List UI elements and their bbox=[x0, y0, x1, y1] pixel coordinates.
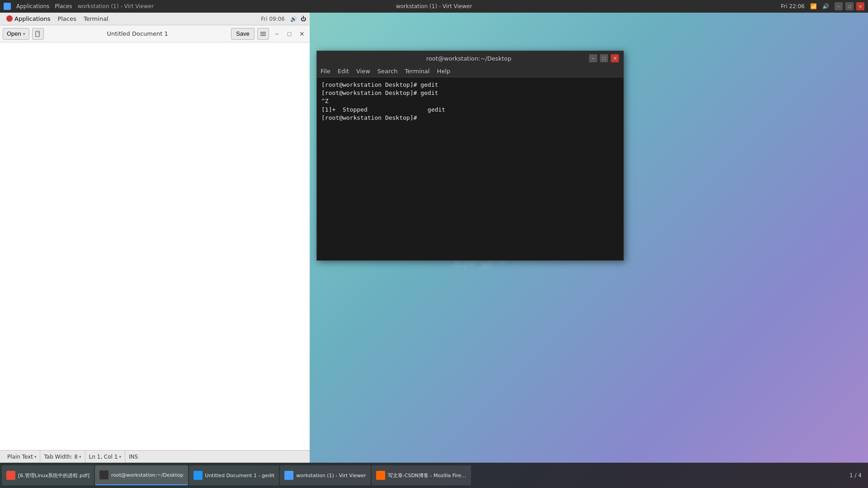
terminal-menu: File Edit View Search Terminal Help bbox=[317, 66, 623, 77]
taskbar-pdf-item[interactable]: [6.管理Linux系统中的进程.pdf] bbox=[2, 465, 94, 485]
outer-titlebar-center: workstation (1) - Virt Viewer bbox=[396, 3, 472, 9]
plain-text-label: Plain Text bbox=[7, 454, 33, 460]
svg-rect-1 bbox=[38, 31, 39, 33]
pager-label: 1 / 4 bbox=[849, 472, 862, 479]
open-label: Open bbox=[7, 30, 21, 37]
network-icon: 📶 bbox=[810, 3, 817, 9]
gedit-places-menu[interactable]: Places bbox=[55, 14, 79, 23]
taskbar-label-terminal-task: root@workstation:~/Desktop bbox=[111, 472, 184, 478]
gedit-menu-button[interactable] bbox=[257, 28, 269, 40]
outer-apps-label[interactable]: Applications bbox=[16, 3, 49, 9]
taskbar-icon-firefox-task bbox=[376, 471, 385, 480]
terminal-line: [root@workstation Desktop]# gedit bbox=[321, 81, 619, 89]
tab-width-status[interactable]: Tab Width: 8 ▾ bbox=[40, 450, 85, 463]
terminal-content[interactable]: [root@workstation Desktop]# gedit[root@w… bbox=[317, 77, 623, 260]
gedit-apps-menu[interactable]: Applications bbox=[4, 13, 53, 25]
taskbar-icon-gedit-task bbox=[193, 471, 203, 480]
save-button[interactable]: Save bbox=[231, 28, 255, 40]
gedit-toolbar: Open ▾ Untitled Document 1 Save − □ ✕ bbox=[0, 25, 310, 42]
terminal-window: root@workstation:~/Desktop − □ ✕ File Ed… bbox=[316, 51, 624, 261]
outer-maximize-button[interactable]: □ bbox=[845, 2, 854, 10]
outer-titlebar-right: Fri 22:06 📶 🔊 − □ ✕ bbox=[781, 2, 864, 10]
outer-window-title-label: workstation (1) - Virt Viewer bbox=[77, 3, 154, 9]
file-svg-icon bbox=[35, 31, 41, 37]
taskbar-label-virtviewer-task: workstation (1) - Virt Viewer bbox=[296, 473, 366, 479]
pdf-icon bbox=[6, 471, 15, 480]
outer-close-button[interactable]: ✕ bbox=[856, 2, 864, 10]
ln-col-arrow-icon: ▾ bbox=[119, 455, 121, 459]
terminal-line: ^Z bbox=[321, 97, 619, 105]
plain-text-arrow-icon: ▾ bbox=[34, 455, 37, 459]
terminal-titlebar: root@workstation:~/Desktop − □ ✕ bbox=[317, 51, 623, 66]
outer-titlebar: Applications Places workstation (1) - Vi… bbox=[0, 0, 868, 13]
terminal-close-button[interactable]: ✕ bbox=[611, 54, 619, 62]
outer-win-controls: − □ ✕ bbox=[835, 2, 864, 10]
outer-minimize-button[interactable]: − bbox=[835, 2, 843, 10]
file-icon-button[interactable] bbox=[32, 28, 44, 40]
gedit-close-button[interactable]: ✕ bbox=[297, 29, 307, 39]
terminal-title: root@workstation:~/Desktop bbox=[349, 55, 589, 62]
tab-width-label: Tab Width: 8 bbox=[44, 454, 77, 460]
taskbar-label-gedit-task: Untitled Document 1 - gedit bbox=[205, 473, 275, 479]
ln-col-label: Ln 1, Col 1 bbox=[89, 454, 118, 460]
taskbar-item-virtviewer-task[interactable]: workstation (1) - Virt Viewer bbox=[280, 465, 371, 485]
terminal-file-menu[interactable]: File bbox=[321, 68, 330, 75]
pdf-label: [6.管理Linux系统中的进程.pdf] bbox=[18, 472, 90, 479]
terminal-line: [root@workstation Desktop]# gedit bbox=[321, 89, 619, 97]
open-button[interactable]: Open ▾ bbox=[3, 28, 29, 40]
plain-text-status[interactable]: Plain Text ▾ bbox=[4, 450, 40, 463]
taskbar-item-gedit-task[interactable]: Untitled Document 1 - gedit bbox=[189, 465, 279, 485]
taskbar-icon-terminal-task bbox=[99, 470, 108, 479]
taskbar-item-terminal-task[interactable]: root@workstation:~/Desktop bbox=[95, 465, 188, 485]
outer-titlebar-left: Applications Places workstation (1) - Vi… bbox=[4, 3, 154, 10]
terminal-search-menu[interactable]: Search bbox=[377, 68, 398, 75]
gedit-document-title: Untitled Document 1 bbox=[47, 30, 229, 37]
gedit-statusbar: Plain Text ▾ Tab Width: 8 ▾ Ln 1, Col 1 … bbox=[0, 450, 310, 463]
ln-col-status[interactable]: Ln 1, Col 1 ▾ bbox=[85, 450, 125, 463]
gedit-power-icon: ⏻ bbox=[301, 16, 306, 22]
gedit-apps-label[interactable]: Applications bbox=[14, 15, 50, 22]
terminal-maximize-button[interactable]: □ bbox=[600, 54, 608, 62]
outer-title-text: workstation (1) - Virt Viewer bbox=[396, 3, 472, 9]
gedit-terminal-menu[interactable]: Terminal bbox=[81, 14, 111, 23]
tab-width-arrow-icon: ▾ bbox=[79, 455, 81, 459]
terminal-line: [1]+ Stopped gedit bbox=[321, 106, 619, 114]
taskbar-items: [6.管理Linux系统中的进程.pdf]root@workstation:~/… bbox=[2, 465, 849, 485]
ins-status: INS bbox=[125, 454, 142, 460]
gedit-text-area[interactable] bbox=[0, 42, 310, 450]
terminal-help-menu[interactable]: Help bbox=[437, 68, 450, 75]
terminal-edit-menu[interactable]: Edit bbox=[338, 68, 349, 75]
gedit-clock: Fri 09:06 bbox=[261, 16, 285, 22]
terminal-line: [root@workstation Desktop]# bbox=[321, 114, 619, 122]
gedit-minimize-button[interactable]: − bbox=[272, 29, 282, 39]
terminal-terminal-menu[interactable]: Terminal bbox=[405, 68, 429, 75]
hamburger-icon bbox=[260, 32, 266, 36]
terminal-minimize-button[interactable]: − bbox=[589, 54, 597, 62]
gedit-volume-icon: 🔊 bbox=[290, 16, 297, 22]
taskbar-item-firefox-task[interactable]: 写文章-CSDN博客 - Mozilla Firefox bbox=[372, 465, 471, 485]
ins-label: INS bbox=[129, 454, 138, 460]
taskbar: [6.管理Linux系统中的进程.pdf]root@workstation:~/… bbox=[0, 463, 868, 488]
terminal-win-controls: − □ ✕ bbox=[589, 54, 619, 62]
gedit-maximize-button[interactable]: □ bbox=[284, 29, 294, 39]
taskbar-pager: 1 / 4 bbox=[849, 472, 866, 479]
apps-dot-icon bbox=[6, 15, 13, 22]
volume-icon: 🔊 bbox=[822, 3, 829, 9]
outer-places-label[interactable]: Places bbox=[55, 3, 72, 9]
taskbar-label-firefox-task: 写文章-CSDN博客 - Mozilla Firefox bbox=[388, 472, 467, 479]
open-arrow-icon: ▾ bbox=[23, 32, 25, 36]
gedit-menubar: Applications Places Terminal Fri 09:06 🔊… bbox=[0, 13, 310, 25]
outer-datetime: Fri 22:06 bbox=[781, 3, 805, 9]
terminal-view-menu[interactable]: View bbox=[356, 68, 370, 75]
taskbar-icon-virtviewer-task bbox=[284, 471, 293, 480]
virt-viewer-icon bbox=[4, 3, 11, 10]
gedit-window: Applications Places Terminal Fri 09:06 🔊… bbox=[0, 13, 310, 463]
